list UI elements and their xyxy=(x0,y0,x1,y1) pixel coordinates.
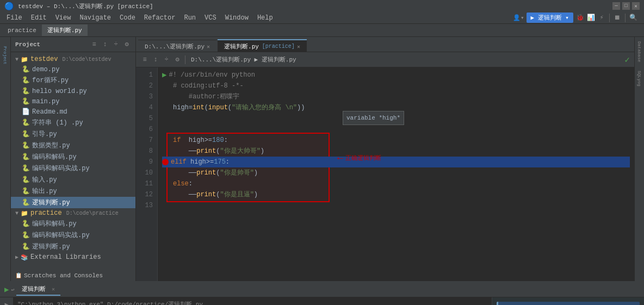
menu-refactor[interactable]: Refactor xyxy=(140,13,180,23)
minimize-button[interactable]: — xyxy=(612,2,620,10)
profile-button[interactable]: 📊 xyxy=(586,14,595,22)
editor-tab-1[interactable]: D:\...\逻辑判断.py ✕ xyxy=(138,40,216,52)
run-restart-icon[interactable]: ↩ xyxy=(11,287,14,293)
tree-item-encode-practice[interactable]: 🐍 编码和解码实战.py xyxy=(11,163,135,174)
tab-close-icon[interactable]: ✕ xyxy=(207,43,210,50)
maximize-button[interactable]: □ xyxy=(622,2,630,10)
tb-sep1 xyxy=(185,55,185,64)
menu-edit[interactable]: Edit xyxy=(27,13,51,23)
run-play-icon[interactable]: ▶ xyxy=(4,285,9,294)
menu-file[interactable]: File xyxy=(2,13,27,23)
tree-item-p-logic[interactable]: 🐍 逻辑判断.py xyxy=(11,241,135,252)
coverage-button[interactable]: ⚡ xyxy=(597,14,606,22)
titlebar-controls: — □ ✕ xyxy=(612,2,640,10)
pycharm-update-box: ℹ PyCharm 2021.2.3 available Update... xyxy=(497,302,640,305)
toolbar-split-icon[interactable]: ÷ xyxy=(162,55,171,64)
tree-path: D:\code\testdev xyxy=(62,57,111,63)
tab-label: D:\...\逻辑判断.py xyxy=(145,42,205,51)
tab-label: 逻辑判断.py xyxy=(224,42,259,51)
chevron-down-icon: ▼ xyxy=(15,57,18,63)
close-button[interactable]: ✕ xyxy=(632,2,640,10)
sidebar-icon-settings[interactable]: ⚙ xyxy=(122,40,131,49)
tree-item-external[interactable]: ▶ 📚 External Libraries xyxy=(11,252,135,262)
run-tool-play[interactable]: ▶ xyxy=(2,300,11,305)
py-file-icon: 🐍 xyxy=(22,198,30,207)
editor-toolbar-left: ≡ ↕ ÷ ⚙ D:\...\逻辑判断.py ▶ 逻辑判断.py xyxy=(140,55,299,64)
tree-label: 逻辑判断.py xyxy=(32,242,70,251)
tree-item-guide[interactable]: 🐍 引导.py xyxy=(11,128,135,140)
tree-item-input[interactable]: 🐍 输入.py xyxy=(11,174,135,185)
scratches-label: Scratches and Consoles xyxy=(24,272,103,279)
tree-label: for循环.py xyxy=(32,76,69,85)
sidebar-icon-sort[interactable]: ↕ xyxy=(101,40,109,49)
tree-item-forloop[interactable]: 🐍 for循环.py xyxy=(11,74,135,86)
tree-item-practice[interactable]: ▼ 📁 practice D:\code\practice xyxy=(11,208,135,218)
run-panel: ▶ ↩ 逻辑判断 ✕ ▶ ↓ ⏹ ↺ "C:\python 3\python.e… xyxy=(0,281,644,305)
menu-help[interactable]: Help xyxy=(253,13,277,23)
titlebar: 🔵 testdev – D:\...\逻辑判断.py [practice] — … xyxy=(0,0,644,12)
menu-code[interactable]: Code xyxy=(115,13,140,23)
run-tab-close[interactable]: ✕ xyxy=(52,287,55,292)
sidebar-icon-list[interactable]: ≡ xyxy=(90,40,98,49)
stop-button[interactable]: ⏹ xyxy=(613,14,622,22)
titlebar-title: testdev – D:\...\逻辑判断.py [practice] xyxy=(18,2,153,10)
scratches-consoles[interactable]: 📋 Scratches and Consoles xyxy=(11,270,135,281)
sidebar-icon-expand[interactable]: ÷ xyxy=(112,40,120,49)
menu-view[interactable]: View xyxy=(51,13,76,23)
md-file-icon: 📄 xyxy=(22,108,30,116)
py-file-icon: 🐍 xyxy=(22,187,30,195)
editor-container: D:\...\逻辑判断.py ✕ 逻辑判断.py [practice] ✕ ≡ … xyxy=(136,37,634,281)
code-editor[interactable]: 1 2 3 4 5 6 7 8 9 10 11 12 13 variable *… xyxy=(136,67,634,281)
project-tab-file[interactable]: 逻辑判断.py xyxy=(42,24,88,36)
run-button-toolbar[interactable]: ▶ 逻辑判断 ▾ xyxy=(527,13,573,23)
breadcrumb-path: D:\...\逻辑判断.py ▶ 逻辑判断.py xyxy=(189,55,299,64)
tree-item-encode[interactable]: 🐍 编码和解码.py xyxy=(11,151,135,163)
menu-navigate[interactable]: Navigate xyxy=(75,13,115,23)
variable-tooltip: variable *high* xyxy=(343,111,404,125)
code-line-13 xyxy=(162,200,630,211)
tree-item-datatype[interactable]: 🐍 数据类型.py xyxy=(11,140,135,151)
search-button[interactable]: 🔍 xyxy=(629,14,637,22)
menu-run[interactable]: Run xyxy=(179,13,200,23)
tree-label: Readme.md xyxy=(32,108,67,116)
code-line-6 xyxy=(162,124,630,135)
code-line-3: #author:稻喋宇 xyxy=(162,91,630,102)
code-line-11: else: xyxy=(162,178,630,189)
tree-item-logic-active[interactable]: 🐍 逻辑判断.py xyxy=(11,197,135,208)
tree-item-p-encode-p[interactable]: 🐍 编码和解码实战.py xyxy=(11,229,135,241)
project-panel-tab[interactable]: Project xyxy=(1,39,10,72)
tree-item-demo[interactable]: 🐍 demo.py xyxy=(11,64,135,74)
py-file-icon: 🐍 xyxy=(22,164,30,172)
py-file-icon: 🐍 xyxy=(22,220,30,228)
folder-icon3: 📚 xyxy=(21,254,28,261)
scratches-icon: 📋 xyxy=(15,272,22,279)
toolbar-nav-icon[interactable]: ↕ xyxy=(151,55,160,64)
menu-vcs[interactable]: VCS xyxy=(200,13,221,23)
menubar: File Edit View Navigate Code Refactor Ru… xyxy=(0,12,644,24)
tree-item-helloworld[interactable]: 🐍 hello world.py xyxy=(11,86,135,96)
run-output: "C:\python 3\python.exe" D:/code/practic… xyxy=(13,297,492,305)
tree-item-main[interactable]: 🐍 main.py xyxy=(11,96,135,107)
tree-item-output[interactable]: 🐍 输出.py xyxy=(11,185,135,197)
editor-tab-2[interactable]: 逻辑判断.py [practice] ✕ xyxy=(218,39,307,52)
tree-item-p-encode[interactable]: 🐍 编码和解码.py xyxy=(11,218,135,229)
run-tab-logic[interactable]: 逻辑判断 ✕ xyxy=(16,283,60,296)
tree-item-string[interactable]: 🐍 字符串 (1) .py xyxy=(11,117,135,128)
toolbar-list-icon[interactable]: ≡ xyxy=(140,55,149,64)
menu-window[interactable]: Window xyxy=(221,13,253,23)
tab-close-icon2[interactable]: ✕ xyxy=(297,43,300,50)
debug-button[interactable]: 🐞 xyxy=(575,14,584,22)
project-tab-practice[interactable]: practice xyxy=(2,26,42,35)
code-content[interactable]: variable *high* ▶ #! /usr/bin/env python… xyxy=(158,67,634,281)
sqlyog-tab[interactable]: SQLyog xyxy=(636,66,643,91)
database-tab[interactable]: Database xyxy=(636,37,643,66)
code-line-1: ▶ #! /usr/bin/env python xyxy=(162,70,630,80)
run-line-cmd: "C:\python 3\python.exe" D:/code/practic… xyxy=(17,300,487,305)
tree-path: D:\code\practice xyxy=(66,210,119,216)
tree-item-readme[interactable]: 📄 Readme.md xyxy=(11,107,135,117)
tree-label: 数据类型.py xyxy=(32,141,70,150)
toolbar-settings-icon[interactable]: ⚙ xyxy=(173,55,182,64)
py-file-icon: 🐍 xyxy=(22,87,30,95)
tree-label: hello world.py xyxy=(32,88,87,95)
tree-item-testdev[interactable]: ▼ 📁 testdev D:\code\testdev xyxy=(11,54,135,64)
